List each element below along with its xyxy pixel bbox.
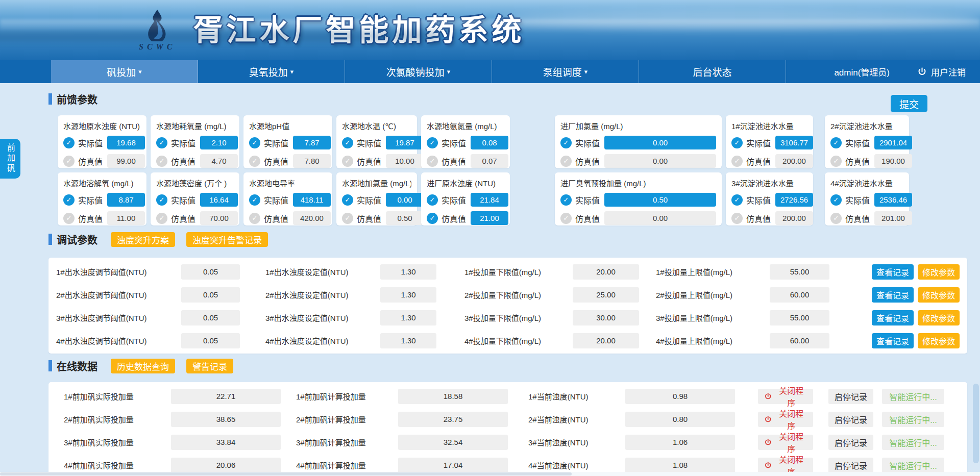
sim-label: 仿真值 <box>575 212 600 224</box>
checked-actual-check-icon[interactable]: ✓ <box>342 137 353 148</box>
unchecked-sim-check-icon[interactable]: ✓ <box>342 213 353 224</box>
checked-actual-check-icon[interactable]: ✓ <box>427 194 438 206</box>
close-program-button[interactable]: 关闭程序 <box>758 389 813 404</box>
actual-label: 实际值 <box>357 194 381 206</box>
power-icon <box>917 67 927 77</box>
close-program-button[interactable]: 关闭程序 <box>758 412 813 427</box>
checked-actual-check-icon[interactable]: ✓ <box>156 137 167 148</box>
edit-params-button[interactable]: 修改参数 <box>918 287 960 303</box>
actual-value: 16.64 <box>200 193 238 207</box>
checked-actual-check-icon[interactable]: ✓ <box>249 137 260 148</box>
checked-actual-check-icon[interactable]: ✓ <box>830 194 842 206</box>
unchecked-sim-check-icon[interactable]: ✓ <box>63 156 75 167</box>
view-records-button[interactable]: 查看记录 <box>872 264 914 280</box>
unchecked-sim-check-icon[interactable]: ✓ <box>156 213 167 224</box>
param-card: 水源地耗氧量 (mg/L)✓实际值2.10✓仿真值4.70 <box>151 115 239 168</box>
param-card-title: 水源地加氯量 (mg/L) <box>342 178 411 188</box>
sim-label: 仿真值 <box>264 155 288 167</box>
checked-actual-check-icon[interactable]: ✓ <box>560 194 572 206</box>
param-value: 0.98 <box>625 389 735 404</box>
unchecked-sim-check-icon[interactable]: ✓ <box>342 156 353 167</box>
smart-running-status-button[interactable]: 智能运行中... <box>882 458 944 473</box>
param-value: 1.30 <box>380 333 436 348</box>
nav-item-4[interactable]: 后台状态 <box>639 60 786 83</box>
param-label: 1#出水浊度设定值(NTU) <box>265 266 380 277</box>
unchecked-sim-check-icon[interactable]: ✓ <box>731 156 743 167</box>
turbidity-surge-plan-button[interactable]: 浊度突升方案 <box>111 232 175 247</box>
checked-sim-check-icon[interactable]: ✓ <box>427 213 438 224</box>
unchecked-sim-check-icon[interactable]: ✓ <box>560 213 572 224</box>
nav-item-1[interactable]: 臭氧投加▾ <box>198 60 345 83</box>
sim-label: 仿真值 <box>264 212 288 224</box>
unchecked-sim-check-icon[interactable]: ✓ <box>731 213 743 224</box>
nav-item-3[interactable]: 泵组调度▾ <box>492 60 639 83</box>
submit-button[interactable]: 提交 <box>891 95 927 112</box>
actual-value: 2726.56 <box>775 193 813 207</box>
unchecked-sim-check-icon[interactable]: ✓ <box>427 156 438 167</box>
turbidity-surge-alarm-log-button[interactable]: 浊度突升告警记录 <box>186 232 268 247</box>
param-value: 23.75 <box>398 412 508 427</box>
unchecked-sim-check-icon[interactable]: ✓ <box>249 213 260 224</box>
param-card: 1#沉淀池进水水量✓实际值3106.77✓仿真值200.00 <box>726 115 813 168</box>
param-label: 2#前加矾实际投加量 <box>64 414 171 424</box>
param-label: 3#当前浊度(NTU) <box>528 437 625 447</box>
history-query-button[interactable]: 历史数据查询 <box>111 359 175 373</box>
horizontal-scrollbar[interactable] <box>0 472 980 476</box>
row-actions: 关闭程序启停记录智能运行中... <box>758 389 944 404</box>
nav-item-0[interactable]: 矾投加▾ <box>51 60 198 83</box>
page: { "colors": { "accent_blue": "#1296db", … <box>0 0 980 476</box>
view-records-button[interactable]: 查看记录 <box>872 287 914 303</box>
checked-actual-check-icon[interactable]: ✓ <box>560 137 572 148</box>
edit-params-button[interactable]: 修改参数 <box>918 264 960 280</box>
warning-log-button[interactable]: 警告记录 <box>186 359 233 373</box>
edit-params-button[interactable]: 修改参数 <box>918 310 960 325</box>
start-stop-records-button[interactable]: 启停记录 <box>828 435 873 450</box>
checked-actual-check-icon[interactable]: ✓ <box>63 194 75 206</box>
view-records-button[interactable]: 查看记录 <box>872 333 914 348</box>
checked-actual-check-icon[interactable]: ✓ <box>731 194 743 206</box>
nav-item-label: 后台状态 <box>693 65 731 79</box>
side-tab-pre-alum[interactable]: 前加矾 <box>0 139 20 179</box>
checked-actual-check-icon[interactable]: ✓ <box>156 194 167 206</box>
close-program-button[interactable]: 关闭程序 <box>758 458 813 473</box>
param-card-title: 3#沉淀池进水水量 <box>731 178 807 188</box>
unchecked-sim-check-icon[interactable]: ✓ <box>560 156 572 167</box>
smart-running-status-button[interactable]: 智能运行中... <box>882 412 944 427</box>
nav-item-2[interactable]: 次氯酸钠投加▾ <box>345 60 492 83</box>
param-value: 1.30 <box>380 287 436 303</box>
smart-running-status-button[interactable]: 智能运行中... <box>882 435 944 450</box>
sim-label: 仿真值 <box>171 155 195 167</box>
edit-params-button[interactable]: 修改参数 <box>918 333 960 348</box>
view-records-button[interactable]: 查看记录 <box>872 310 914 325</box>
vertical-scrollbar-thumb[interactable] <box>973 384 979 463</box>
checked-actual-check-icon[interactable]: ✓ <box>63 137 75 148</box>
checked-actual-check-icon[interactable]: ✓ <box>249 194 260 206</box>
unchecked-sim-check-icon[interactable]: ✓ <box>830 156 842 167</box>
start-stop-records-button[interactable]: 启停记录 <box>828 389 873 404</box>
sim-value: 0.50 <box>386 211 424 225</box>
param-value: 20.00 <box>573 264 639 280</box>
checked-actual-check-icon[interactable]: ✓ <box>731 137 743 148</box>
unchecked-sim-check-icon[interactable]: ✓ <box>830 213 842 224</box>
unchecked-sim-check-icon[interactable]: ✓ <box>63 213 75 224</box>
sim-label: 仿真值 <box>746 212 771 224</box>
param-value: 0.80 <box>625 412 735 427</box>
checked-actual-check-icon[interactable]: ✓ <box>427 137 438 148</box>
banner-highlight <box>500 11 980 29</box>
close-program-button[interactable]: 关闭程序 <box>758 435 813 450</box>
unchecked-sim-check-icon[interactable]: ✓ <box>249 156 260 167</box>
start-stop-records-button[interactable]: 启停记录 <box>828 458 873 473</box>
checked-actual-check-icon[interactable]: ✓ <box>830 137 842 148</box>
sim-row: ✓仿真值200.00 <box>731 211 807 225</box>
start-stop-records-button[interactable]: 启停记录 <box>828 412 873 427</box>
smart-running-status-button[interactable]: 智能运行中... <box>882 389 944 404</box>
nav-item-label: 泵组调度 <box>543 65 582 79</box>
logout-button[interactable]: 用户注销 <box>917 65 966 78</box>
sim-label: 仿真值 <box>357 212 381 224</box>
unchecked-sim-check-icon[interactable]: ✓ <box>156 156 167 167</box>
param-value: 32.54 <box>398 435 508 450</box>
sim-value: 70.00 <box>200 211 238 225</box>
param-value: 0.05 <box>181 264 240 280</box>
horizontal-scrollbar-thumb[interactable] <box>0 472 572 475</box>
checked-actual-check-icon[interactable]: ✓ <box>342 194 353 206</box>
